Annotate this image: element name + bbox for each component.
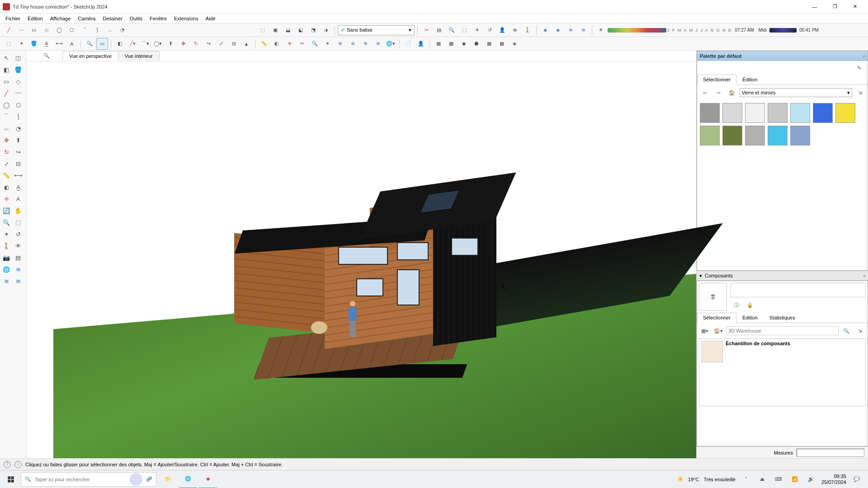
help-icon[interactable]: ?: [4, 461, 11, 468]
material-swatch[interactable]: [700, 103, 720, 123]
poly2-icon[interactable]: ⬡: [13, 99, 24, 110]
solid-union-icon[interactable]: ⬓: [282, 24, 294, 36]
circle2-icon[interactable]: ◯: [1, 99, 12, 110]
materials-panel-header[interactable]: Palette par défaut ▫: [697, 51, 868, 61]
section2-icon[interactable]: ▤: [13, 252, 24, 263]
sketchup-icon[interactable]: ◆: [199, 470, 217, 488]
material-swatch[interactable]: [700, 126, 720, 145]
axes2-icon[interactable]: ✛: [1, 193, 12, 204]
pan-icon[interactable]: ✋: [13, 205, 24, 216]
tray-wifi-icon[interactable]: 📶: [789, 474, 801, 485]
tag-tool-icon[interactable]: ◈: [539, 24, 551, 36]
viewport-3d[interactable]: ↖: [26, 61, 696, 458]
protractor-icon[interactable]: ◐: [271, 38, 283, 50]
dimension-tool-icon[interactable]: ⟷: [53, 38, 65, 50]
text-tool-icon[interactable]: A̲: [41, 38, 52, 50]
material-swatch[interactable]: [745, 126, 765, 145]
layers4-icon[interactable]: ≋: [372, 38, 384, 50]
tag-selector[interactable]: ✔Sans balise ▾: [338, 25, 415, 35]
zoom4-icon[interactable]: 🔍: [1, 217, 12, 228]
dim2-icon[interactable]: ⟷: [13, 170, 24, 181]
paint-bucket-icon[interactable]: 🪣: [28, 38, 40, 50]
eraser2-icon[interactable]: ◧: [1, 64, 12, 75]
component-item[interactable]: [701, 341, 723, 362]
arc-menu-icon[interactable]: ⌒▾: [139, 38, 151, 50]
material-swatch[interactable]: [722, 103, 742, 123]
axes-icon[interactable]: ✛: [283, 38, 295, 50]
eraser-icon[interactable]: ◧: [114, 38, 126, 50]
tape2-icon[interactable]: 📏: [1, 170, 12, 181]
notifications-icon[interactable]: 💬: [851, 474, 863, 485]
components-tab-select[interactable]: Sélectionner: [697, 313, 736, 323]
menu-camera[interactable]: Caméra: [74, 15, 99, 22]
line-tool-icon[interactable]: ╱: [3, 24, 14, 36]
select-tool-icon[interactable]: ⬚: [3, 38, 14, 50]
arc2-tool-icon[interactable]: ⟆: [91, 24, 103, 36]
look-around-icon[interactable]: 👁: [509, 24, 521, 36]
menu-outils[interactable]: Outils: [126, 15, 146, 22]
scale-icon[interactable]: ⤢: [215, 38, 227, 50]
taskbar-clock[interactable]: 09:35 25/07/2024: [821, 474, 846, 484]
cortana-icon[interactable]: [130, 473, 142, 486]
tag-color-icon[interactable]: ◈: [552, 24, 564, 36]
user-icon[interactable]: 👤: [415, 38, 427, 50]
components-tab-stats[interactable]: Statistiques: [764, 313, 801, 323]
materials-tab-edit[interactable]: Édition: [736, 75, 764, 84]
previous-icon[interactable]: ↺: [484, 24, 495, 36]
poscam-icon[interactable]: 📷: [1, 252, 12, 263]
tag-layers-icon[interactable]: ≋: [577, 24, 589, 36]
sandbox4-icon[interactable]: ⬣: [471, 38, 482, 50]
zoom2-icon[interactable]: 🔍: [84, 38, 95, 50]
in-model-icon[interactable]: 🏠▾: [712, 325, 724, 337]
start-button[interactable]: [2, 470, 20, 488]
pie-tool-icon[interactable]: ◔: [117, 24, 128, 36]
solid-trim-icon[interactable]: ⬔: [307, 24, 319, 36]
layers3-icon[interactable]: ≋: [359, 38, 371, 50]
zoom-extents-icon[interactable]: ✶: [471, 24, 483, 36]
sandbox3-icon[interactable]: ◆: [458, 38, 470, 50]
lasso-icon[interactable]: ◫: [13, 52, 24, 63]
select-arrow-icon[interactable]: ▭: [96, 38, 108, 50]
file-icon[interactable]: 📄: [402, 38, 414, 50]
tray-volume-icon[interactable]: 🔊: [805, 474, 817, 485]
solid-intersect-icon[interactable]: ▣: [269, 24, 281, 36]
tag-toggle-icon[interactable]: ≋: [565, 24, 576, 36]
component-lock-icon[interactable]: 🔒: [744, 299, 756, 311]
eyedropper-icon[interactable]: ✎: [853, 62, 865, 74]
material-swatch[interactable]: [768, 103, 788, 123]
search-more-icon[interactable]: ⇲: [854, 325, 866, 337]
scale2-icon[interactable]: ⤢: [1, 158, 12, 169]
chrome-icon[interactable]: 🌐: [179, 470, 197, 488]
layers2-icon[interactable]: ≋: [347, 38, 359, 50]
taskbar-search[interactable]: 🔍 Taper ici pour rechercher 🧬: [21, 472, 156, 487]
materials-tab-select[interactable]: Sélectionner: [697, 75, 736, 85]
pushpull2-icon[interactable]: ⬆: [13, 135, 24, 145]
material-swatch[interactable]: [768, 126, 788, 145]
orbit-icon[interactable]: 🔄: [1, 205, 12, 216]
solid-subtract-icon[interactable]: ⬕: [295, 24, 307, 36]
zoomwin2-icon[interactable]: ⬚: [13, 217, 24, 228]
line2-icon[interactable]: ╱▾: [127, 38, 138, 50]
menu-fenetre[interactable]: Fenêtre: [146, 15, 170, 22]
component-info-icon[interactable]: ⓘ: [731, 299, 742, 311]
polygon-tool-icon[interactable]: ⬡: [66, 24, 78, 36]
components-panel-header[interactable]: ▾ Composants ▫: [697, 271, 868, 281]
panel-close-icon[interactable]: ▫: [863, 273, 865, 278]
tray-keyboard-icon[interactable]: ⌨: [773, 474, 784, 485]
layers1-icon[interactable]: ≋: [334, 38, 346, 50]
freehand-tool-icon[interactable]: 〰: [15, 24, 27, 36]
info-icon[interactable]: i: [14, 461, 22, 468]
rotate2-icon[interactable]: ↻: [1, 146, 12, 157]
pie2-icon[interactable]: ◔: [13, 123, 24, 134]
menu-aide[interactable]: Aide: [202, 15, 219, 22]
section-icon[interactable]: ✂: [296, 38, 308, 50]
minimize-button[interactable]: —: [804, 0, 825, 14]
arc4-icon[interactable]: ⌒: [1, 111, 12, 122]
material-swatch[interactable]: [745, 103, 765, 123]
menu-fichier[interactable]: Fichier: [2, 15, 24, 22]
circle-tool-icon[interactable]: ◯: [53, 24, 65, 36]
geo2-icon[interactable]: 🌐: [1, 264, 12, 275]
date-slider[interactable]: [608, 28, 666, 33]
tab-perspective[interactable]: Vue en perspective: [62, 51, 118, 61]
prev2-icon[interactable]: ↺: [13, 229, 24, 239]
